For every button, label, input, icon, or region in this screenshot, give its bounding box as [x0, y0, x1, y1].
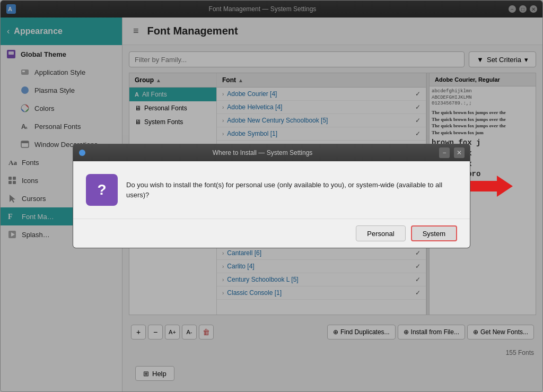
- modal-titlebar: Where to Install — System Settings − ✕: [73, 144, 470, 161]
- svg-point-21: [79, 150, 85, 156]
- red-arrow-indicator: [470, 176, 513, 198]
- modal-app-icon: [78, 149, 86, 156]
- modal-question-icon: ?: [86, 174, 118, 206]
- modal-minimize-button[interactable]: −: [439, 147, 450, 158]
- modal-close-button[interactable]: ✕: [454, 147, 465, 158]
- modal-overlay: Where to Install — System Settings − ✕ ?…: [0, 0, 543, 392]
- system-button[interactable]: System: [411, 225, 457, 241]
- personal-button[interactable]: Personal: [356, 225, 405, 241]
- install-modal: Where to Install — System Settings − ✕ ?…: [73, 144, 470, 248]
- modal-footer: Personal System: [73, 219, 470, 248]
- modal-container: Where to Install — System Settings − ✕ ?…: [73, 144, 470, 248]
- svg-marker-22: [470, 176, 513, 197]
- modal-title: Where to Install — System Settings: [89, 149, 436, 156]
- modal-message: Do you wish to install the font(s) for p…: [126, 180, 457, 201]
- question-mark: ?: [97, 181, 106, 198]
- modal-body: ? Do you wish to install the font(s) for…: [73, 161, 470, 219]
